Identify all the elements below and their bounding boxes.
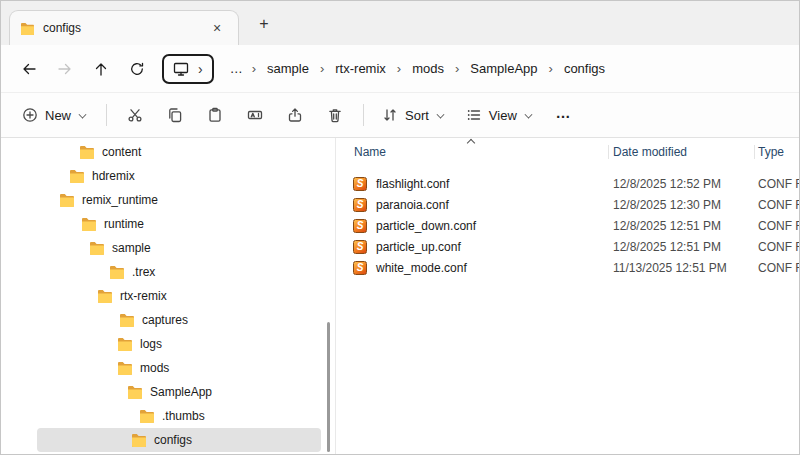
folder-icon [117,361,133,375]
forward-button[interactable] [47,52,83,86]
paste-button[interactable] [196,98,234,132]
folder-icon [127,385,143,399]
folder-icon [131,433,147,447]
tree-item-hdremix[interactable]: hdremix [37,164,321,188]
file-row[interactable]: S paranoia.conf 12/8/2025 12:30 PM CONF … [336,194,799,215]
navigation-bar: › … › sample › rtx-remix › mods › Sample… [1,45,799,93]
breadcrumb-overflow-button[interactable]: … [223,56,250,81]
folder-icon [89,241,105,255]
column-header-date-modified[interactable]: Date modified [608,145,754,159]
tree-item-label: logs [140,337,162,351]
toolbar-divider [106,104,107,126]
cut-button[interactable] [116,98,154,132]
sort-arrows-icon [382,107,398,123]
column-divider[interactable] [608,145,609,159]
file-type: CONF File [754,240,799,254]
more-options-button[interactable]: … [545,98,583,132]
file-row[interactable]: S particle_down.conf 12/8/2025 12:51 PM … [336,215,799,236]
tab-title: configs [43,21,198,35]
breadcrumb-item-sample[interactable]: sample [258,56,318,81]
column-header-row: Name Date modified Type [336,140,799,164]
breadcrumb-chevron-icon[interactable]: › [395,61,403,76]
conf-file-icon: S [353,240,367,254]
folder-icon [59,193,75,207]
breadcrumb-chevron-icon[interactable]: › [547,61,555,76]
back-button[interactable] [11,52,47,86]
tree-item-thumbs[interactable]: .thumbs [37,404,321,428]
column-header-name[interactable]: Name [336,145,608,159]
folder-icon [119,313,135,327]
breadcrumb-item-rtx-remix[interactable]: rtx-remix [326,56,395,81]
breadcrumb-item-mods[interactable]: mods [403,56,453,81]
share-button[interactable] [276,98,314,132]
view-list-icon [466,107,482,123]
breadcrumb: … › sample › rtx-remix › mods › SampleAp… [223,56,614,81]
command-toolbar: New Sort [1,93,799,138]
monitor-icon [173,61,189,77]
folder-tree: content hdremix remix_runtime runtime sa… [1,138,335,454]
tree-item-configs[interactable]: configs [37,428,321,452]
file-date-modified: 12/8/2025 12:51 PM [608,219,754,233]
breadcrumb-chevron-icon[interactable]: › [318,61,326,76]
breadcrumb-chevron-icon[interactable]: › [453,61,461,76]
breadcrumb-item-configs[interactable]: configs [555,56,614,81]
rename-button[interactable] [236,98,274,132]
address-location-button[interactable]: › [162,54,214,84]
chevron-down-icon [78,111,88,120]
file-explorer-window: configs × + › … › sample › rtx-re [0,0,800,455]
tab-close-icon[interactable]: × [206,17,228,39]
refresh-button[interactable] [119,52,155,86]
folder-icon [20,22,35,35]
tree-item-content[interactable]: content [37,140,321,164]
file-rows: S flashlight.conf 12/8/2025 12:52 PM CON… [336,173,799,278]
conf-file-icon: S [353,177,367,191]
tree-item-label: SampleApp [150,385,212,399]
tree-item-remix-runtime[interactable]: remix_runtime [37,188,321,212]
file-row[interactable]: S flashlight.conf 12/8/2025 12:52 PM CON… [336,173,799,194]
column-header-type[interactable]: Type [754,145,799,159]
file-name: flashlight.conf [376,177,449,191]
breadcrumb-item-sampleapp[interactable]: SampleApp [461,56,546,81]
tree-item-runtime[interactable]: runtime [37,212,321,236]
tab-strip: configs × + [1,1,799,45]
tree-item-label: captures [142,313,188,327]
explorer-content: content hdremix remix_runtime runtime sa… [1,138,799,454]
chevron-right-icon[interactable]: › [198,62,203,76]
new-tab-button[interactable]: + [251,11,277,37]
conf-file-icon: S [353,261,367,275]
tree-item-rtx-remix[interactable]: rtx-remix [37,284,321,308]
file-type: CONF File [754,261,799,275]
folder-icon [117,337,133,351]
copy-button[interactable] [156,98,194,132]
file-list: Name Date modified Type S flashlight.con… [336,138,799,454]
folder-icon [109,265,125,279]
tree-item-sample[interactable]: sample [37,236,321,260]
tree-item-mods[interactable]: mods [37,356,321,380]
tree-item-label: hdremix [92,169,135,183]
view-button[interactable]: View [457,100,543,130]
explorer-tab[interactable]: configs × [9,10,239,45]
folder-icon [79,145,95,159]
tree-item-label: .thumbs [162,409,205,423]
file-name: paranoia.conf [376,198,449,212]
tree-item-sampleapp[interactable]: SampleApp [37,380,321,404]
sort-button[interactable]: Sort [373,100,455,130]
file-row[interactable]: S white_mode.conf 11/13/2025 12:51 PM CO… [336,257,799,278]
breadcrumb-chevron-icon[interactable]: › [250,61,258,76]
column-divider[interactable] [754,145,755,159]
sort-button-label: Sort [405,108,429,123]
tree-item-label: rtx-remix [120,289,167,303]
file-row[interactable]: S particle_up.conf 12/8/2025 12:51 PM CO… [336,236,799,257]
tree-scrollbar-thumb[interactable] [327,322,330,452]
view-button-label: View [489,108,517,123]
file-date-modified: 12/8/2025 12:30 PM [608,198,754,212]
up-button[interactable] [83,52,119,86]
tree-item-captures[interactable]: captures [37,308,321,332]
tree-item-logs[interactable]: logs [37,332,321,356]
delete-button[interactable] [316,98,354,132]
tree-item-label: .trex [132,265,155,279]
toolbar-divider [363,104,364,126]
new-button[interactable]: New [13,100,97,130]
file-name: particle_up.conf [376,240,461,254]
tree-item-trex[interactable]: .trex [37,260,321,284]
